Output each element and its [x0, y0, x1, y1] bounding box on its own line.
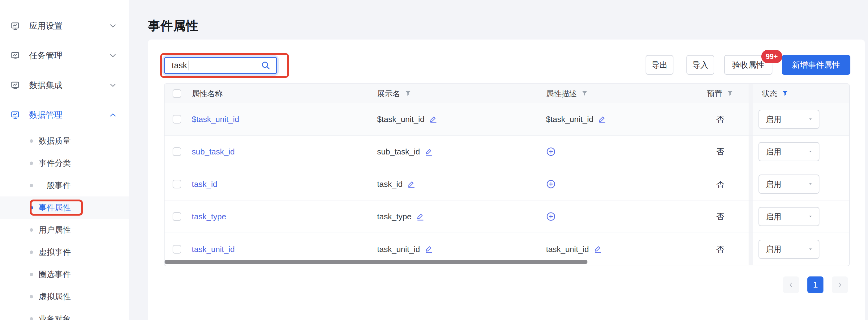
attribute-name-link[interactable]: task_type — [192, 212, 226, 221]
pagination: 1 — [783, 277, 848, 293]
row-checkbox[interactable] — [173, 147, 181, 156]
edit-icon[interactable] — [425, 147, 434, 156]
fixed-column-border — [753, 84, 753, 103]
fixed-column-border — [753, 201, 753, 233]
filter-icon[interactable] — [581, 90, 588, 97]
sidebar-item-task-management[interactable]: 任务管理 — [0, 41, 129, 70]
export-button[interactable]: 导出 — [646, 55, 674, 75]
sidebar-item-general-events[interactable]: 一般事件 — [0, 174, 129, 197]
preset-value: 否 — [716, 211, 724, 222]
bullet-dot — [30, 139, 33, 143]
column-label: 属性名称 — [192, 88, 223, 99]
select-all-checkbox[interactable] — [173, 89, 181, 98]
filter-icon[interactable] — [405, 90, 411, 97]
sidebar-item-business-objects[interactable]: 业务对象 — [0, 308, 129, 320]
add-description-icon[interactable] — [546, 179, 556, 189]
horizontal-scrollbar-thumb[interactable] — [164, 260, 587, 264]
bullet-dot — [30, 162, 33, 165]
attribute-name-link[interactable]: task_unit_id — [192, 244, 235, 254]
status-value: 启用 — [766, 244, 781, 254]
column-label: 预置 — [707, 88, 722, 99]
sidebar-item-event-category[interactable]: 事件分类 — [0, 152, 129, 174]
status-value: 启用 — [766, 147, 781, 157]
fixed-column-border — [753, 168, 753, 200]
row-checkbox[interactable] — [173, 180, 181, 188]
edit-icon[interactable] — [416, 212, 425, 221]
chevron-down-icon[interactable] — [109, 22, 117, 30]
column-header-name: 属性名称 — [192, 88, 223, 99]
bullet-dot — [30, 250, 33, 254]
preset-value: 否 — [716, 146, 724, 157]
fixed-column-gutter — [749, 84, 753, 103]
display-name-text: task_id — [377, 179, 402, 189]
edit-icon[interactable] — [407, 179, 416, 189]
status-select[interactable]: 启用 — [758, 240, 819, 259]
sidebar-item-label: 事件属性 — [39, 202, 71, 213]
sidebar-item-label: 应用设置 — [29, 21, 109, 32]
sidebar-item-user-attributes[interactable]: 用户属性 — [0, 219, 129, 241]
edit-icon[interactable] — [429, 115, 438, 124]
row-checkbox[interactable] — [173, 212, 181, 221]
caret-down-icon — [808, 150, 813, 153]
add-description-icon[interactable] — [546, 212, 556, 221]
edit-icon[interactable] — [593, 245, 602, 254]
caret-down-icon — [808, 182, 813, 186]
chevron-down-icon[interactable] — [109, 81, 117, 89]
status-value: 启用 — [766, 179, 781, 189]
chevron-down-icon[interactable] — [109, 51, 117, 60]
filter-icon[interactable] — [726, 90, 734, 97]
status-select[interactable]: 启用 — [758, 110, 819, 129]
page-1-button[interactable]: 1 — [807, 277, 824, 293]
sidebar-item-label: 业务对象 — [39, 314, 71, 320]
display-name-text: $task_unit_id — [377, 115, 425, 124]
sidebar-item-data-quality[interactable]: 数据质量 — [0, 130, 129, 152]
edit-icon[interactable] — [425, 245, 434, 254]
chevron-up-icon[interactable] — [109, 111, 117, 119]
sidebar-item-label: 事件分类 — [39, 158, 71, 169]
chevron-left-icon — [788, 282, 794, 288]
display-name-text: task_type — [377, 212, 411, 221]
display-name-text: task_unit_id — [377, 244, 420, 254]
chevron-right-icon — [837, 282, 843, 288]
sidebar-item-label: 虚拟属性 — [39, 291, 71, 302]
filter-icon-active[interactable] — [782, 90, 788, 97]
add-description-icon[interactable] — [546, 147, 556, 156]
preset-value: 否 — [716, 244, 724, 254]
sidebar-item-event-attributes[interactable]: 事件属性 — [0, 197, 129, 219]
sidebar-item-virtual-events[interactable]: 虚拟事件 — [0, 241, 129, 263]
table-row: $task_unit_id $task_unit_id $task_unit_i… — [164, 103, 849, 136]
edit-icon[interactable] — [598, 115, 607, 124]
sidebar-item-data-integration[interactable]: 数据集成 — [0, 70, 129, 100]
status-select[interactable]: 启用 — [758, 175, 819, 194]
sidebar-item-app-settings[interactable]: 应用设置 — [0, 11, 129, 41]
bullet-dot — [30, 317, 33, 320]
sidebar-item-label: 任务管理 — [29, 50, 109, 61]
fixed-column-gutter — [749, 201, 753, 233]
next-page-button[interactable] — [832, 277, 848, 293]
sidebar-item-selected-events[interactable]: 圈选事件 — [0, 263, 129, 285]
attribute-name-link[interactable]: sub_task_id — [192, 147, 235, 156]
dashboard-icon — [10, 21, 20, 31]
sidebar: 应用设置 任务管理 数据集成 数据管理 数据质量 事件分类 — [0, 0, 129, 320]
caret-down-icon — [808, 117, 813, 121]
column-header-status: 状态 — [762, 88, 788, 99]
description-text: task_unit_id — [546, 244, 589, 254]
notification-badge: 99+ — [761, 50, 782, 63]
sidebar-item-label: 数据质量 — [39, 136, 71, 146]
attribute-name-link[interactable]: $task_unit_id — [192, 115, 239, 124]
table-row: task_id task_id 否 启用 — [164, 168, 849, 201]
bullet-dot — [30, 184, 33, 187]
preset-value: 否 — [716, 114, 724, 125]
attribute-name-link[interactable]: task_id — [192, 179, 217, 189]
sidebar-item-data-management[interactable]: 数据管理 — [0, 100, 129, 130]
table-header: 属性名称 展示名 属性描述 预置 状态 — [164, 84, 849, 103]
import-button[interactable]: 导入 — [686, 55, 714, 75]
sidebar-item-virtual-attributes[interactable]: 虚拟属性 — [0, 285, 129, 308]
row-checkbox[interactable] — [173, 115, 181, 123]
status-select[interactable]: 启用 — [758, 207, 819, 226]
add-event-attribute-button[interactable]: 新增事件属性 — [782, 55, 850, 75]
prev-page-button[interactable] — [783, 277, 799, 293]
column-header-desc: 属性描述 — [546, 88, 588, 99]
status-select[interactable]: 启用 — [758, 142, 819, 161]
row-checkbox[interactable] — [173, 245, 181, 254]
